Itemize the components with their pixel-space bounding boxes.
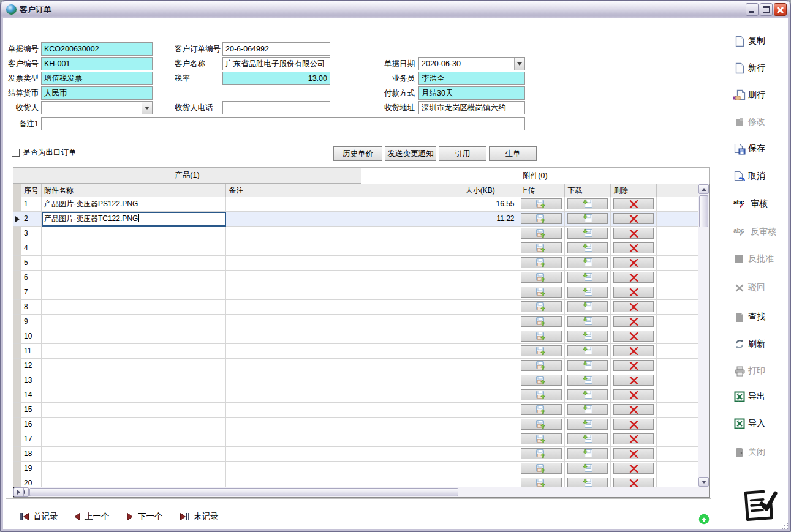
currency-field[interactable]: 人民币 (41, 86, 153, 100)
cell-attachment-name[interactable] (42, 227, 226, 241)
cell-note[interactable] (226, 432, 463, 447)
download-button[interactable] (567, 463, 608, 474)
delete-button[interactable] (613, 375, 654, 386)
delete-button[interactable] (613, 463, 654, 474)
cell-note[interactable] (226, 315, 463, 329)
upload-button[interactable] (521, 242, 562, 253)
upload-button[interactable] (521, 463, 562, 474)
remark1-field[interactable] (41, 117, 525, 130)
nav-last-record[interactable]: 末记录 (180, 511, 219, 522)
chevron-down-icon[interactable] (514, 58, 524, 70)
table-row[interactable]: 6 (13, 271, 698, 285)
upload-button[interactable] (521, 419, 562, 430)
cell-attachment-name[interactable] (42, 329, 226, 344)
upload-button[interactable] (521, 331, 562, 342)
consignee-tel-field[interactable] (222, 101, 330, 114)
upload-button[interactable] (521, 345, 562, 356)
table-row[interactable]: 17 (13, 432, 698, 447)
vertical-scrollbar[interactable] (698, 184, 709, 487)
table-row[interactable]: 12 (13, 359, 698, 373)
delete-button[interactable] (613, 419, 654, 430)
download-button[interactable] (567, 331, 608, 342)
cell-attachment-name[interactable] (42, 285, 226, 300)
cell-note[interactable] (226, 212, 463, 227)
horizontal-scroll-thumb[interactable] (29, 488, 458, 496)
table-row[interactable]: 3 (13, 227, 698, 241)
sidebar-button-delete-row[interactable]: 删行 (733, 88, 765, 102)
delete-button[interactable] (613, 448, 654, 459)
cell-attachment-name[interactable] (42, 271, 226, 285)
download-button[interactable] (567, 301, 608, 312)
download-button[interactable] (567, 228, 608, 239)
quote-button[interactable]: 引用 (439, 146, 486, 161)
table-row[interactable]: 19 (13, 462, 698, 476)
cell-attachment-name[interactable] (42, 462, 226, 476)
upload-button[interactable] (521, 228, 562, 239)
upload-button[interactable] (521, 433, 562, 444)
sidebar-button-reverse-approve[interactable]: 反批准 (733, 252, 774, 266)
export-order-checkbox[interactable]: 是否为出口订单 (12, 148, 77, 158)
upload-button[interactable] (521, 301, 562, 312)
cell-note[interactable] (226, 476, 463, 487)
table-row[interactable]: 14 (13, 388, 698, 403)
cust-order-no-field[interactable]: 20-6-064992 (222, 42, 330, 56)
sidebar-button-new-row[interactable]: 新行 (733, 61, 765, 75)
scroll-right-icon[interactable] (13, 487, 24, 497)
upload-button[interactable] (521, 272, 562, 283)
table-row[interactable]: 7 (13, 285, 698, 300)
cell-attachment-name[interactable] (42, 315, 226, 329)
sidebar-button-refresh[interactable]: 刷新 (733, 337, 765, 351)
cell-note[interactable] (226, 359, 463, 373)
delete-button[interactable] (613, 345, 654, 356)
close-button[interactable] (774, 3, 787, 16)
upload-button[interactable] (521, 404, 562, 415)
sidebar-button-modify[interactable]: 修改 (733, 114, 765, 129)
sidebar-button-export[interactable]: 导出 (733, 389, 765, 404)
sidebar-button-print[interactable]: 打印 (733, 364, 765, 378)
create-order-button[interactable]: 生单 (489, 146, 537, 161)
upload-button[interactable] (521, 448, 562, 459)
delete-button[interactable] (613, 213, 654, 224)
cell-attachment-name[interactable] (42, 300, 226, 315)
status-green-icon[interactable] (698, 514, 710, 527)
tab-products[interactable]: 产品(1) (13, 167, 361, 184)
delete-button[interactable] (613, 257, 654, 268)
table-row[interactable]: 15 (13, 403, 698, 418)
nav-first-record[interactable]: 首记录 (19, 511, 58, 522)
sidebar-button-save[interactable]: 保存 (733, 141, 765, 156)
delete-button[interactable] (613, 228, 654, 239)
cell-note[interactable] (226, 256, 463, 271)
cust-name-field[interactable]: 广东省品胜电子股份有限公司 (222, 57, 330, 70)
download-button[interactable] (567, 404, 608, 415)
maximize-button[interactable] (760, 3, 773, 16)
sidebar-button-close-form[interactable]: 关闭 (733, 445, 765, 460)
table-row[interactable]: 20 (13, 476, 698, 487)
cell-note[interactable] (226, 227, 463, 241)
history-price-button[interactable]: 历史单价 (333, 146, 382, 161)
minimize-button[interactable] (746, 3, 759, 16)
cell-attachment-name[interactable] (42, 447, 226, 462)
horizontal-scrollbar[interactable] (13, 487, 698, 497)
cell-attachment-name[interactable] (42, 432, 226, 447)
upload-button[interactable] (521, 198, 562, 209)
upload-button[interactable] (521, 287, 562, 298)
delete-button[interactable] (613, 272, 654, 283)
delete-button[interactable] (613, 301, 654, 312)
cell-note[interactable] (226, 271, 463, 285)
download-button[interactable] (567, 375, 608, 386)
sidebar-button-reverse-audit[interactable]: abc✓ 反审核 (733, 225, 776, 239)
table-row[interactable]: 8 (13, 300, 698, 315)
table-row[interactable]: 5 (13, 256, 698, 271)
sidebar-button-copy[interactable]: 复制 (733, 34, 765, 48)
upload-button[interactable] (521, 360, 562, 371)
delete-button[interactable] (613, 242, 654, 253)
table-row[interactable]: 11 (13, 344, 698, 359)
download-button[interactable] (567, 287, 608, 298)
vertical-scroll-thumb[interactable] (699, 195, 708, 227)
delete-button[interactable] (613, 287, 654, 298)
download-button[interactable] (567, 360, 608, 371)
consignee-combo[interactable] (41, 101, 153, 114)
delete-button[interactable] (613, 198, 654, 209)
cell-note[interactable] (226, 403, 463, 418)
upload-button[interactable] (521, 389, 562, 400)
